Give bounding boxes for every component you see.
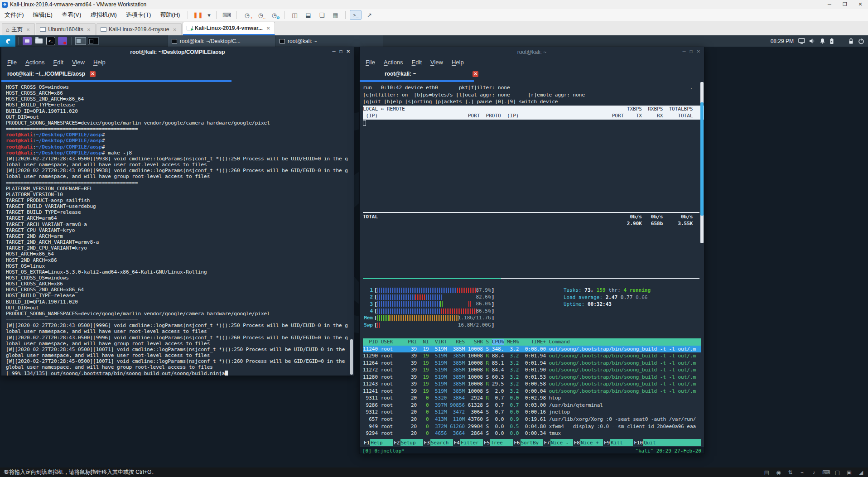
tab-close-icon[interactable]: ✕ <box>265 26 271 31</box>
sound-card-icon[interactable]: ♪ <box>810 469 817 476</box>
menu-edit[interactable]: Edit <box>53 59 63 66</box>
file-manager-icon[interactable] <box>23 37 32 45</box>
menu-help[interactable]: Help <box>452 59 464 66</box>
display-icon[interactable] <box>798 38 805 44</box>
vm-tab-home[interactable]: ⌂主页✕ <box>2 23 35 35</box>
fkey-nice[interactable]: F8Nice + <box>573 439 603 446</box>
close-button[interactable]: ✕ <box>853 0 868 9</box>
snapshot-revert-button-icon[interactable]: ◷← <box>255 10 266 20</box>
snapshot-take-button-icon[interactable]: ◷+ <box>241 10 253 20</box>
fkey-setup[interactable]: F2Setup <box>393 439 423 446</box>
process-row-11241[interactable]: 11241 root 39 19 519M 385M 10008 S 2.0 3… <box>363 388 701 395</box>
message-log-icon[interactable]: ▣ <box>846 469 853 476</box>
tab-close-icon[interactable]: ✕ <box>473 71 478 77</box>
unity-mode-button-icon[interactable]: ▦ <box>329 10 341 20</box>
right-terminal-titlebar[interactable]: root@kali: ~ ─ □ ✕ <box>360 47 704 57</box>
right-terminal-tab[interactable]: root@kali: ~ ✕ <box>360 67 704 80</box>
menu-edit[interactable]: 编辑(E) <box>29 9 57 21</box>
printer-icon[interactable]: ⌨ <box>822 469 829 476</box>
network-adapter-icon[interactable]: ⇅ <box>787 469 794 476</box>
display-icon[interactable]: ▢ <box>834 469 841 476</box>
maximize-button[interactable]: ❐ <box>837 0 853 9</box>
battery-icon[interactable] <box>829 38 834 44</box>
console-view-toggle-icon[interactable]: >_ <box>350 10 362 20</box>
left-terminal-tab[interactable]: root@kali: ~/.../COMPILE/aosp ✕ <box>1 67 354 80</box>
minimize-button[interactable]: ─ <box>822 0 837 9</box>
process-row-11243[interactable]: 11243 root 39 19 519M 385M 10008 R 29.5 … <box>363 381 701 388</box>
fkey-help[interactable]: F1Help <box>363 439 393 446</box>
fkey-sortby[interactable]: F6SortBy <box>513 439 543 446</box>
show-library-toggle-icon[interactable]: ◫ <box>289 10 300 20</box>
tab-close-icon[interactable]: ✕ <box>90 71 96 77</box>
menu-edit[interactable]: Edit <box>412 59 422 66</box>
screen-recorder-icon[interactable] <box>58 37 67 45</box>
menu-file[interactable]: 文件(F) <box>0 9 29 21</box>
workspace-2[interactable] <box>88 37 99 45</box>
volume-icon[interactable] <box>809 38 815 44</box>
process-row-11264[interactable]: 11264 root 39 19 519M 385M 10008 R 85.1 … <box>363 360 701 367</box>
process-row-657[interactable]: 657 root 20 0 413M 110M 43760 S 0.0 0.9 … <box>363 416 701 423</box>
fkey-search[interactable]: F3Search <box>423 439 453 446</box>
vm-tab-kali-linux-2019-4-vmwar-[interactable]: Kali-Linux-2019.4-vmwar...✕ <box>183 22 275 35</box>
workspace-1[interactable] <box>75 37 86 45</box>
show-thumbnail-bar-toggle-icon[interactable]: ⬓ <box>302 10 314 20</box>
process-row-11280[interactable]: 11280 root 39 19 519M 385M 10008 S 60.3 … <box>363 374 701 381</box>
fkey-filter[interactable]: F4Filter <box>453 439 483 446</box>
minimize-icon[interactable]: ─ <box>682 49 685 54</box>
tab-close-icon[interactable]: ✕ <box>25 27 31 32</box>
vm-tab-kali-linux-2019-4-roysue[interactable]: Kali-Linux-2019.4-roysue✕ <box>96 23 182 35</box>
close-icon[interactable]: ✕ <box>347 49 350 54</box>
taskbar-window-button-2[interactable]: root@kali: ~ <box>275 35 383 47</box>
process-row-9311[interactable]: 9311 root 20 0 5320 3864 2924 R 0.7 0.0 … <box>363 395 701 402</box>
terminal-icon[interactable]: >_ <box>46 37 55 45</box>
menu-help[interactable]: 帮助(H) <box>155 9 184 21</box>
tab-close-icon[interactable]: ✕ <box>86 27 92 32</box>
fkey-kill[interactable]: F9Kill <box>603 439 633 446</box>
fkey-tree[interactable]: F5Tree <box>483 439 513 446</box>
tmux-pane-divider[interactable] <box>501 278 699 279</box>
tmux-pane-divider-active[interactable] <box>363 278 501 279</box>
left-terminal-output[interactable]: HOST_CROSS_OS=windowsHOST_CROSS_ARCH=x86… <box>1 82 354 376</box>
vm-tab-ubuntu1604lts[interactable]: Ubuntu1604lts✕ <box>36 23 96 35</box>
left-terminal-scrollbar[interactable] <box>350 339 353 375</box>
process-row-9312[interactable]: 9312 root 20 0 512M 3472 3064 S 0.7 0.0 … <box>363 409 701 416</box>
menu-file[interactable]: File <box>7 59 17 66</box>
process-row-11272[interactable]: 11272 root 39 19 519M 385M 10008 R 84.4 … <box>363 366 701 374</box>
kali-menu-button[interactable] <box>0 35 15 47</box>
menu-file[interactable]: File <box>366 59 375 66</box>
clock[interactable]: 08:29 PM <box>771 38 794 44</box>
pause-dropdown-arrow-icon[interactable]: ▾ <box>206 10 212 20</box>
stretch-guest-button-icon[interactable]: ↗ <box>363 10 375 20</box>
menu-view[interactable]: View <box>72 59 85 66</box>
usb-device-icon[interactable]: ⌁ <box>799 469 805 476</box>
send-ctrl-alt-del-button-icon[interactable]: ⌨ <box>221 10 232 20</box>
lock-screen-icon[interactable] <box>848 38 854 44</box>
resize-grip-icon[interactable]: ◢ <box>858 469 864 476</box>
process-row-9286[interactable]: 9286 root 20 0 397M 90856 61328 S 0.7 0.… <box>363 402 701 409</box>
menu-actions[interactable]: Actions <box>384 59 403 66</box>
right-terminal-output[interactable]: run 0:10:42 device eth0 pkt[f]ilter: non… <box>360 82 704 453</box>
hard-disk-icon[interactable]: ▤ <box>763 469 770 476</box>
process-row-9294[interactable]: 9294 root 20 0 4656 3664 2864 S 0.0 0.0 … <box>363 430 701 437</box>
left-terminal-titlebar[interactable]: root@kali: ~/Desktop/COMPILE/aosp ─ □ ✕ <box>1 47 354 57</box>
maximize-icon[interactable]: □ <box>690 49 693 54</box>
taskbar-window-button-1[interactable]: root@kali: ~/Desktop/C... <box>168 35 275 47</box>
snapshot-manager-button-icon[interactable]: ◷⚙ <box>268 10 280 20</box>
tab-close-icon[interactable]: ✕ <box>172 27 177 32</box>
minimize-icon[interactable]: ─ <box>332 49 335 54</box>
fullscreen-button-icon[interactable]: ❏ <box>316 10 328 20</box>
power-icon[interactable] <box>858 38 864 44</box>
fkey-nice[interactable]: F7Nice - <box>543 439 573 446</box>
process-row-11240[interactable]: 11240 root 39 19 519M 385M 10008 S 348. … <box>363 346 701 353</box>
notifications-icon[interactable] <box>820 38 825 44</box>
fkey-quit[interactable]: F10Quit <box>633 439 666 446</box>
htop-table-header[interactable]: PID USER PRI NI VIRT RES SHR S CPU% MEM%… <box>363 338 701 346</box>
process-row-949[interactable]: 949 root 20 0 372M 61260 29904 S 0.0 0.5… <box>363 423 701 430</box>
right-terminal-scrollbar-thumb[interactable] <box>700 102 704 216</box>
menu-tabs[interactable]: 选项卡(T) <box>121 9 156 21</box>
folder-icon[interactable] <box>34 37 43 45</box>
menu-actions[interactable]: Actions <box>25 59 45 66</box>
maximize-icon[interactable]: □ <box>340 49 342 54</box>
pause-button-icon[interactable]: ❚❚ <box>192 10 204 20</box>
menu-view[interactable]: View <box>430 59 443 66</box>
